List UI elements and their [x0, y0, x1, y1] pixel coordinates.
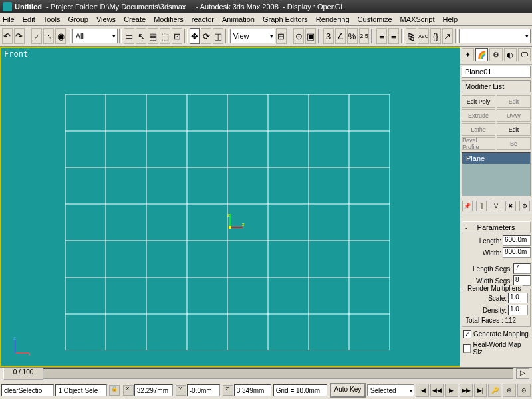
script-listener[interactable]: clearSelectio [1, 384, 54, 396]
mod-edit-poly[interactable]: Edit Poly [462, 95, 495, 108]
modifier-stack[interactable]: Plane [462, 152, 531, 196]
play-icon[interactable]: ▶ [445, 384, 458, 397]
time-marker[interactable]: 0 / 100 [3, 368, 43, 380]
pin-stack-icon[interactable]: 📌 [462, 201, 473, 211]
rotate-button[interactable]: ⟳ [201, 28, 211, 44]
mod-be[interactable]: Be [497, 137, 531, 150]
select-arrow-button[interactable]: ↖ [136, 28, 146, 44]
scale-field[interactable]: 1.0 [508, 293, 528, 303]
gen-mapping-check[interactable]: ✓Generate Mapping [460, 329, 532, 340]
goto-start-icon[interactable]: |◀ [416, 384, 429, 397]
parameters-rollout[interactable]: -Parameters [462, 221, 531, 233]
grid-status: Grid = 10.0mm [273, 384, 327, 396]
unique-icon[interactable]: ∀ [491, 201, 501, 211]
time-track[interactable]: 0 / 100 [3, 368, 513, 379]
modifier-list-label[interactable]: Modifier List [462, 80, 531, 92]
width-field[interactable]: 800.0m [503, 247, 531, 258]
named-sel-dropdown[interactable] [459, 29, 531, 43]
object-name-field[interactable]: Plane01 [462, 66, 531, 78]
stack-plane[interactable]: Plane [462, 153, 530, 164]
menu-graph-editors[interactable]: Graph Editors [263, 15, 308, 23]
menu-maxscript[interactable]: MAXScript [400, 15, 435, 23]
selection-filter-dropdown[interactable]: All [72, 29, 118, 43]
redo-button[interactable]: ↷ [14, 28, 25, 44]
manip-button[interactable]: ⊙ [293, 28, 304, 44]
snap-button[interactable]: 3 [323, 28, 334, 44]
align-button[interactable]: ABC [418, 28, 428, 44]
menu-create[interactable]: Create [124, 15, 146, 23]
window-crossing-button[interactable]: ⊡ [172, 28, 182, 44]
key-toggle-icon[interactable]: 🔑 [488, 384, 501, 397]
config-icon[interactable]: ⚙ [519, 201, 530, 211]
curve-editor-button[interactable]: ↗ [442, 28, 453, 44]
mirror-button[interactable]: ⧎ [406, 28, 416, 44]
bind-button[interactable]: ◉ [55, 28, 66, 44]
percent-snap-button[interactable]: % [347, 28, 358, 44]
nav-icon-2[interactable]: ⊙ [517, 384, 531, 397]
show-end-icon[interactable]: ‖ [476, 201, 487, 211]
next-frame-icon[interactable]: ▶▶ [460, 384, 473, 397]
undo-button[interactable]: ↶ [2, 28, 13, 44]
modifier-buttons: Edit Poly Edit Extrude UVW Lathe Edit Be… [460, 94, 532, 151]
z-field[interactable]: 3.349mm [234, 384, 271, 396]
mod-extrude[interactable]: Extrude [462, 109, 495, 122]
menu-modifiers[interactable]: Modifiers [154, 15, 184, 23]
move-button[interactable]: ✥ [190, 28, 200, 44]
menu-help[interactable]: Help [443, 15, 458, 23]
ref-coord-dropdown[interactable]: View [230, 29, 275, 43]
autokey-button[interactable]: Auto Key [330, 383, 366, 398]
length-field[interactable]: 600.0m [503, 235, 531, 246]
scale-button[interactable]: ◫ [213, 28, 223, 44]
select-button[interactable]: ▭ [124, 28, 134, 44]
keymode-button[interactable]: ▣ [305, 28, 316, 44]
mod-edit2[interactable]: Edit [497, 123, 531, 136]
layers-button[interactable]: {} [430, 28, 441, 44]
menu-customize[interactable]: Customize [358, 15, 392, 23]
select-name-button[interactable]: ▤ [148, 28, 158, 44]
nav-icon-1[interactable]: ⊕ [503, 384, 516, 397]
goto-end-icon[interactable]: ▶| [474, 384, 487, 397]
total-faces: Total Faces : 112 [466, 317, 516, 324]
angle-snap-button[interactable]: ∠ [335, 28, 346, 44]
menu-tools[interactable]: Tools [43, 15, 61, 23]
lock-icon[interactable]: 🔒 [109, 385, 120, 396]
transform-gizmo[interactable]: x z [225, 213, 245, 233]
menu-file[interactable]: File [3, 15, 15, 23]
density-field[interactable]: 1.0 [508, 305, 528, 315]
y-field[interactable]: -0.0mm [187, 384, 220, 396]
create-tab-icon[interactable]: ✦ [462, 48, 474, 61]
axis-tripod-icon: z x [12, 336, 32, 356]
unlink-button[interactable]: ⟍ [43, 28, 54, 44]
key-mode-dropdown[interactable]: Selected [367, 384, 415, 396]
modify-tab-icon[interactable]: 🌈 [475, 48, 488, 61]
select-region-button[interactable]: ⬚ [160, 28, 170, 44]
prev-frame-icon[interactable]: ◀◀ [430, 384, 444, 397]
named-sel-next[interactable]: ≡ [388, 28, 399, 44]
link-button[interactable]: ⟋ [31, 28, 42, 44]
display-tab-icon[interactable]: 🖵 [518, 48, 531, 61]
lsegs-field[interactable]: 7 [513, 263, 531, 274]
x-field[interactable]: 32.297mm [134, 384, 173, 396]
menu-rendering[interactable]: Rendering [316, 15, 350, 23]
mod-bevel[interactable]: Bevel Profile [462, 137, 495, 150]
time-slider[interactable]: 0 / 100 ▷ [0, 367, 532, 380]
mod-lathe[interactable]: Lathe [462, 123, 495, 136]
spinner-snap-button[interactable]: 2.5 [359, 28, 370, 44]
time-config-icon[interactable]: ▷ [516, 368, 529, 379]
center-button[interactable]: ⊞ [276, 28, 287, 44]
menu-views[interactable]: Views [96, 15, 116, 23]
title-bar: Untitled - Project Folder: D:\My Documen… [0, 0, 532, 13]
mod-edit[interactable]: Edit [497, 95, 531, 108]
named-sel-prev[interactable]: ≡ [376, 28, 387, 44]
motion-tab-icon[interactable]: ◐ [504, 48, 517, 61]
doc-title: Untitled [15, 3, 42, 11]
hierarchy-tab-icon[interactable]: ⚙ [489, 48, 502, 61]
menu-animation[interactable]: Animation [222, 15, 255, 23]
menu-edit[interactable]: Edit [23, 15, 35, 23]
viewport[interactable]: Front x z z x [0, 47, 460, 367]
menu-group[interactable]: Group [68, 15, 88, 23]
mod-uvw[interactable]: UVW [497, 109, 531, 122]
menu-reactor[interactable]: reactor [192, 15, 214, 23]
real-world-check[interactable]: Real-World Map Siz [460, 340, 532, 357]
remove-mod-icon[interactable]: ✖ [505, 201, 516, 211]
